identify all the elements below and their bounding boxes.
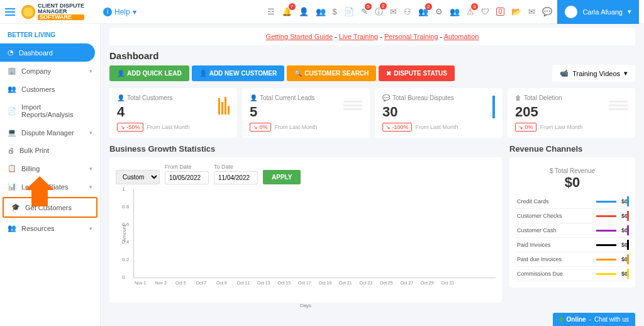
link-automation[interactable]: Automation bbox=[444, 33, 479, 40]
help-label: Help bbox=[114, 8, 130, 16]
info-icon: i bbox=[103, 8, 112, 16]
gear-icon[interactable]: ⚙ bbox=[435, 7, 443, 16]
sidebar-item-resources[interactable]: 👥 Resources▾ bbox=[0, 219, 100, 237]
top-icons: ☲ 🔔7 👤 👥 $ 📄 ✎5 ⓘ2 ✉ ⚇ 👥2 ⚙ 👥 ⚠3 🛡 0 📂 ✉… bbox=[267, 6, 553, 18]
link-personal-training[interactable]: Personal Training bbox=[384, 33, 438, 40]
user-icon[interactable]: 👤 bbox=[299, 7, 309, 16]
sun-icon bbox=[21, 5, 35, 19]
chat-widget[interactable]: Online - Chat with us bbox=[553, 313, 636, 326]
list-icon[interactable]: ☲ bbox=[267, 7, 275, 16]
card-value: 30 bbox=[382, 104, 495, 120]
mini-chart bbox=[609, 101, 628, 110]
chevron-down-icon: ▾ bbox=[89, 225, 92, 232]
warn-icon[interactable]: ⚠3 bbox=[467, 7, 474, 16]
chevron-down-icon: ▾ bbox=[89, 68, 92, 74]
link-live-training[interactable]: Live Training bbox=[339, 33, 378, 40]
growth-chart: Amount 00.20.40.60.81Nov 1Nov 3Oct 5Oct … bbox=[116, 189, 496, 296]
training-videos-dropdown[interactable]: 📹Training Videos ▾ bbox=[552, 65, 635, 82]
sidebar-item-customers[interactable]: 👥 Customers bbox=[0, 80, 100, 98]
sidebar-item-bulkprint[interactable]: 🖨 Bulk Print bbox=[0, 142, 100, 159]
sidebar-item-import[interactable]: 📄 Import Reports/Analysis bbox=[0, 98, 100, 123]
zero-icon[interactable]: 0 bbox=[496, 8, 505, 16]
people-icon[interactable]: 👥 bbox=[450, 7, 460, 16]
sidebar-item-billing[interactable]: 📋 Billing▾ bbox=[0, 159, 100, 177]
doc-icon[interactable]: 📄 bbox=[344, 7, 354, 16]
chevron-down-icon: ▾ bbox=[89, 130, 92, 136]
user-menu[interactable]: Carla Afuang ▾ bbox=[557, 0, 639, 24]
stats-title: Business Growth Statistics bbox=[109, 144, 502, 154]
mail-icon[interactable]: ✉ bbox=[390, 7, 397, 16]
revenue-title: Revenue Channels bbox=[509, 144, 635, 154]
inbox-icon[interactable]: 📂 bbox=[511, 7, 521, 16]
dollar-icon[interactable]: $ bbox=[333, 7, 337, 16]
chevron-down-icon: ▾ bbox=[89, 184, 92, 190]
camera-icon: 📹 bbox=[560, 69, 569, 77]
chevron-down-icon: ▾ bbox=[89, 166, 92, 172]
sidebar-item-dashboard[interactable]: ◔ Dashboard bbox=[0, 43, 95, 62]
user-icon: 👤 bbox=[250, 94, 257, 101]
brand-label: BETTER LIVING bbox=[0, 29, 100, 43]
card-total-deletion: 🗑Total Deletion 205 ↘ 0%From Last Month bbox=[508, 88, 635, 138]
mini-chart bbox=[343, 101, 362, 110]
revenue-row: Commissions Due$0 bbox=[516, 267, 629, 281]
card-total-customers: 👤Total Customers 4 ↘ -50%From Last Month bbox=[109, 88, 237, 138]
menu-toggle[interactable] bbox=[5, 8, 15, 16]
revenue-row: Customer Checks$0 bbox=[516, 209, 629, 223]
logo: CLIENT DISPUTEMANAGERSOFTWARE bbox=[21, 3, 84, 20]
chat-icon: 💬 bbox=[382, 94, 390, 101]
help-link[interactable]: i Help ▾ bbox=[103, 8, 136, 16]
link-getting-started[interactable]: Getting Started Guide bbox=[266, 33, 333, 40]
add-quick-lead-button[interactable]: 👤 ADD QUICK LEAD bbox=[109, 65, 189, 81]
tree-icon[interactable]: ⚇ bbox=[404, 7, 411, 16]
bell-icon[interactable]: 🔔7 bbox=[282, 7, 292, 16]
user-icon: 👤 bbox=[117, 94, 125, 101]
revenue-row: Past due Invoices$0 bbox=[516, 252, 629, 267]
username: Carla Afuang bbox=[582, 8, 623, 16]
avatar bbox=[565, 6, 577, 18]
mail2-icon[interactable]: ✉ bbox=[528, 7, 535, 16]
mini-chart bbox=[492, 96, 495, 118]
range-select[interactable]: Custom bbox=[116, 170, 160, 184]
revenue-row: Customer Cash$0 bbox=[516, 223, 629, 238]
team-icon[interactable]: 👥2 bbox=[418, 7, 428, 16]
revenue-row: Paid Invoices$0 bbox=[516, 238, 629, 252]
wand-icon[interactable]: ✎5 bbox=[361, 7, 368, 16]
chat-icon[interactable]: 💬 bbox=[542, 7, 552, 16]
to-date-input[interactable] bbox=[214, 171, 258, 184]
sidebar-item-company[interactable]: 🏢 Company▾ bbox=[0, 62, 100, 80]
shield-icon[interactable]: 🛡 bbox=[481, 7, 489, 16]
sidebar-item-dispute[interactable]: 💻 Dispute Manager▾ bbox=[0, 123, 100, 142]
sidebar: BETTER LIVING ◔ Dashboard 🏢 Company▾ 👥 C… bbox=[0, 24, 101, 326]
online-dot-icon bbox=[559, 317, 564, 322]
alert-bar: Getting Started Guide - Live Training - … bbox=[109, 28, 635, 45]
card-total-disputes: 💬Total Bureau Disputes 30 ↘ -100%From La… bbox=[375, 88, 502, 138]
revenue-total-value: $0 bbox=[519, 174, 625, 191]
dispute-status-button[interactable]: ✖ DISPUTE STATUS bbox=[379, 65, 455, 81]
revenue-total-label: $ Total Revenue bbox=[519, 167, 625, 174]
card-total-leads: 👤Total Current Leads 5 ↘ 0%From Last Mon… bbox=[242, 88, 370, 138]
info2-icon[interactable]: ⓘ2 bbox=[375, 6, 383, 18]
customer-search-button[interactable]: 🔍 CUSTOMER SEARCH bbox=[287, 65, 376, 81]
trash-icon: 🗑 bbox=[515, 94, 521, 101]
card-value: 4 bbox=[117, 104, 230, 120]
sidebar-item-getcustomers[interactable]: 🎓 Get Customers bbox=[3, 197, 97, 218]
revenue-row: Credit Cards$0 bbox=[516, 194, 629, 209]
from-date-input[interactable] bbox=[165, 171, 209, 184]
mini-chart bbox=[218, 97, 230, 115]
page-title: Dashboard bbox=[109, 50, 635, 61]
apply-button[interactable]: APPLY bbox=[263, 170, 301, 184]
add-new-customer-button[interactable]: 👤 ADD NEW CUSTOMER bbox=[192, 65, 285, 81]
arrow-annotation bbox=[31, 189, 48, 206]
users-icon[interactable]: 👥 bbox=[316, 7, 326, 16]
